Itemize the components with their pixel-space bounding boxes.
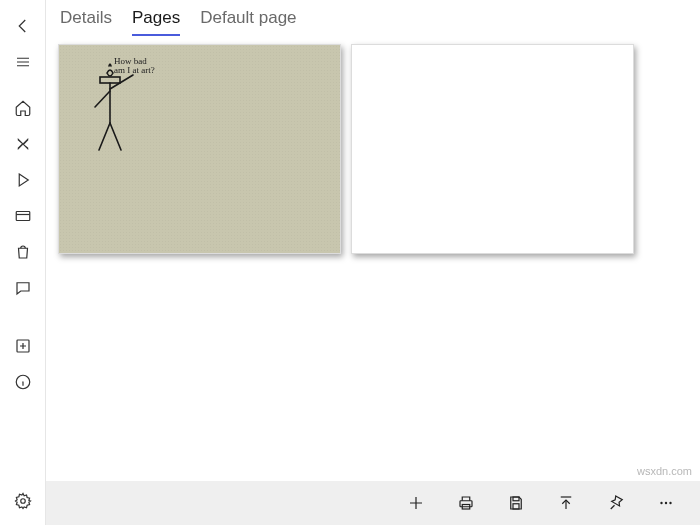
cross-button[interactable] [1,126,45,162]
print-button[interactable] [442,481,490,525]
svg-point-10 [665,502,667,504]
chat-button[interactable] [1,270,45,306]
more-button[interactable] [642,481,690,525]
add-box-button[interactable] [1,328,45,364]
tab-details[interactable]: Details [60,8,112,36]
play-button[interactable] [1,162,45,198]
settings-button[interactable] [1,483,45,519]
card-button[interactable] [1,198,45,234]
add-button[interactable] [392,481,440,525]
svg-point-9 [660,502,662,504]
page-thumbnail-1[interactable]: How bad am I at art? [58,44,341,254]
publish-button[interactable] [542,481,590,525]
pin-icon [607,494,625,512]
more-icon [657,494,675,512]
bottom-toolbar [46,481,700,525]
pin-button[interactable] [592,481,640,525]
svg-rect-7 [513,497,519,501]
svg-point-3 [20,499,25,504]
bag-icon [14,243,32,261]
home-button[interactable] [1,90,45,126]
save-icon [507,494,525,512]
save-button[interactable] [492,481,540,525]
menu-icon [14,53,32,71]
cross-icon [14,135,32,153]
plus-icon [407,494,425,512]
svg-rect-8 [513,504,519,509]
pages-grid: How bad am I at art? [46,36,700,481]
back-icon [14,17,32,35]
info-button[interactable] [1,364,45,400]
stickman-drawing [87,55,197,165]
menu-button[interactable] [1,44,45,80]
svg-rect-4 [100,77,120,83]
page-thumbnail-2[interactable] [351,44,634,254]
sidebar [0,0,46,525]
home-icon [14,99,32,117]
chat-icon [14,279,32,297]
back-button[interactable] [1,8,45,44]
watermark: wsxdn.com [637,465,692,477]
tab-pages[interactable]: Pages [132,8,180,36]
tab-bar: Details Pages Default page [46,0,700,36]
tab-default-page[interactable]: Default page [200,8,296,36]
bag-button[interactable] [1,234,45,270]
print-icon [457,494,475,512]
card-icon [14,207,32,225]
upload-icon [557,494,575,512]
gear-icon [14,492,32,510]
add-box-icon [14,337,32,355]
svg-point-11 [669,502,671,504]
main-area: Details Pages Default page How bad am I … [46,0,700,525]
play-icon [14,171,32,189]
svg-rect-0 [16,212,30,221]
info-icon [14,373,32,391]
